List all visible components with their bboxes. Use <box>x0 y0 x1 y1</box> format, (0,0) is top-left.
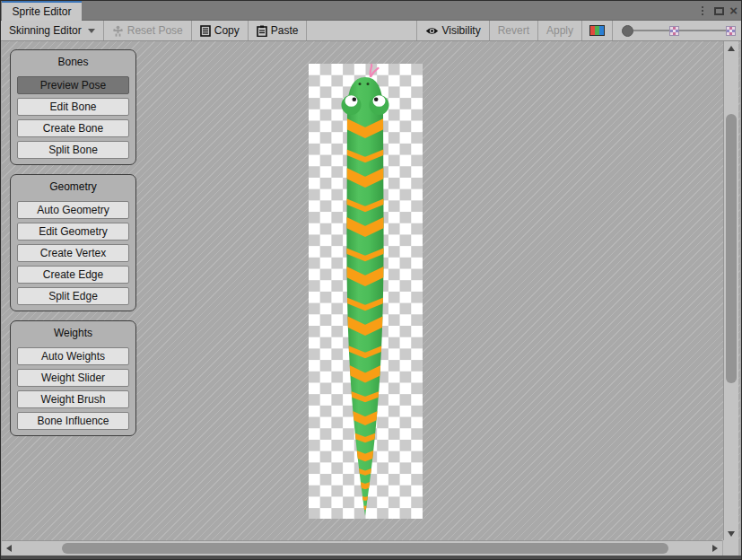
geometry-panel: Geometry Auto Geometry Edit Geometry Cre… <box>10 174 136 311</box>
eye-icon <box>425 26 439 36</box>
sprite-texture-canvas[interactable] <box>309 64 423 519</box>
bones-panel-title: Bones <box>17 56 129 68</box>
visibility-button[interactable]: Visibility <box>417 21 489 40</box>
bone-texture-icon <box>669 26 679 36</box>
vertical-scrollbar-thumb[interactable] <box>726 114 737 383</box>
toolbar: Skinning Editor Reset Pose Copy Paste <box>1 21 741 41</box>
edit-bone-button[interactable]: Edit Bone <box>17 98 129 116</box>
close-icon[interactable]: × <box>729 4 738 17</box>
sprite-editor-window: Sprite Editor × Skinning Editor Reset Po… <box>0 0 742 560</box>
scroll-right-icon[interactable] <box>712 545 718 552</box>
auto-weights-button[interactable]: Auto Weights <box>17 347 129 365</box>
copy-button[interactable]: Copy <box>192 21 248 40</box>
bone-opacity-slider-knob[interactable] <box>622 25 633 37</box>
maximize-icon[interactable] <box>714 7 724 15</box>
skinning-editor-dropdown[interactable]: Skinning Editor <box>1 21 103 40</box>
window-bottom-edge <box>1 556 741 559</box>
kebab-menu-icon[interactable] <box>696 4 709 18</box>
copy-icon <box>200 25 211 37</box>
bone-opacity-slider-track[interactable] <box>633 30 669 31</box>
split-edge-button[interactable]: Split Edge <box>17 287 129 305</box>
preview-pose-button[interactable]: Preview Pose <box>17 76 129 94</box>
snake-sprite <box>309 64 423 519</box>
split-bone-button[interactable]: Split Bone <box>17 141 129 159</box>
weight-slider-button[interactable]: Weight Slider <box>17 369 129 387</box>
horizontal-scrollbar[interactable] <box>2 540 722 556</box>
pose-figure-icon <box>112 25 124 37</box>
weight-brush-button[interactable]: Weight Brush <box>17 390 129 408</box>
horizontal-scrollbar-thumb[interactable] <box>62 543 668 554</box>
bones-panel: Bones Preview Pose Edit Bone Create Bone… <box>10 49 136 165</box>
paste-icon <box>257 25 267 37</box>
apply-button[interactable]: Apply <box>538 21 581 40</box>
rgb-swatch-icon <box>589 25 605 36</box>
create-vertex-button[interactable]: Create Vertex <box>17 244 129 262</box>
opacity-sliders <box>613 21 741 40</box>
scroll-down-icon[interactable] <box>728 531 735 537</box>
title-bar: Sprite Editor × <box>1 1 741 21</box>
tab-title: Sprite Editor <box>12 5 71 18</box>
chevron-down-icon <box>88 29 95 33</box>
scrollbar-corner <box>723 540 738 556</box>
bone-influence-button[interactable]: Bone Influence <box>17 412 129 430</box>
tab-sprite-editor[interactable]: Sprite Editor <box>2 1 82 21</box>
geometry-panel-title: Geometry <box>17 180 129 193</box>
sprite-opacity-slider-track[interactable] <box>679 30 726 31</box>
color-overlay-button[interactable] <box>582 21 612 40</box>
auto-geometry-button[interactable]: Auto Geometry <box>17 201 129 219</box>
weights-panel: Weights Auto Weights Weight Slider Weigh… <box>10 320 136 436</box>
reset-pose-button[interactable]: Reset Pose <box>104 21 191 40</box>
create-edge-button[interactable]: Create Edge <box>17 266 129 284</box>
paste-button[interactable]: Paste <box>249 21 307 40</box>
vertical-scrollbar[interactable] <box>723 41 738 541</box>
scroll-up-icon[interactable] <box>728 46 735 51</box>
weights-panel-title: Weights <box>17 327 129 339</box>
scroll-left-icon[interactable] <box>6 545 12 552</box>
revert-button[interactable]: Revert <box>490 21 537 40</box>
sprite-texture-icon <box>726 26 736 36</box>
create-bone-button[interactable]: Create Bone <box>17 119 129 137</box>
edit-geometry-button[interactable]: Edit Geometry <box>17 223 129 241</box>
